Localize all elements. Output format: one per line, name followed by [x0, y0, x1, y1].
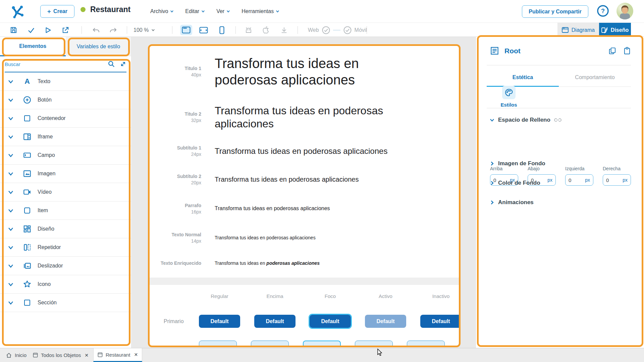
type-name: Subtítulo 1 — [150, 145, 201, 150]
publish-share-button[interactable]: Publicar y Compartir — [522, 5, 588, 18]
element-item-label: Botón — [38, 97, 52, 103]
expand-icon[interactable] — [120, 61, 126, 67]
search-input[interactable] — [5, 61, 108, 67]
element-item-contenedor[interactable]: Contenedor — [0, 109, 131, 128]
tab-todos-los-objetos[interactable]: Todos los Objetos ✕ — [29, 348, 93, 362]
toolbar-separator — [127, 26, 127, 34]
styles-tile[interactable]: Estilos — [499, 86, 519, 108]
padding-left-input[interactable] — [569, 177, 582, 183]
element-item-imagen[interactable]: Imagen — [0, 165, 131, 183]
typography-row-titulo2[interactable]: Titulo 232px Transforma tus ideas en pod… — [150, 104, 459, 130]
user-avatar[interactable] — [616, 3, 633, 19]
tab-diagrama[interactable]: Diagrama — [557, 23, 599, 37]
create-button-label: Crear — [53, 8, 67, 14]
export-icon[interactable] — [61, 23, 70, 37]
typography-row-texto-normal[interactable]: Texto Normal14px Transforma tus ideas en… — [150, 232, 459, 244]
chevron-down-icon — [7, 207, 14, 214]
typography-row-subtitulo2[interactable]: Subtítulo 220px Transforma tus ideas en … — [150, 174, 459, 185]
close-icon[interactable]: ✕ — [134, 352, 138, 357]
menu-label: Herramientas — [241, 8, 274, 14]
secondary-button[interactable] — [355, 341, 393, 346]
tab-comportamiento[interactable]: Comportamiento — [559, 70, 631, 87]
section-color-de-fondo[interactable]: Color de Fondo — [489, 180, 540, 186]
tab-inicio[interactable]: Inicio — [2, 348, 31, 362]
tab-diseno[interactable]: Diseño — [599, 23, 631, 37]
state-column-activo: Activo — [365, 293, 406, 299]
element-item-texto[interactable]: A Texto — [0, 72, 131, 91]
element-item-item[interactable]: Item — [0, 201, 131, 220]
tab-restaurant[interactable]: Restaurant ✕ — [93, 348, 142, 362]
tab-estetica[interactable]: Estética — [487, 70, 559, 87]
web-check-icon[interactable] — [322, 26, 330, 35]
page-icon — [33, 353, 38, 358]
section-espacio-de-relleno[interactable]: Espacio de Relleno — [489, 117, 562, 123]
primary-button-focus[interactable]: Default — [310, 315, 351, 328]
element-item-label: Diseño — [38, 226, 54, 232]
section-title: Espacio de Relleno — [498, 117, 550, 123]
undo-icon[interactable] — [91, 23, 101, 37]
movil-label: Móvil — [355, 27, 367, 33]
element-item-campo[interactable]: Campo — [0, 146, 131, 165]
element-item-label: Iframe — [38, 134, 53, 140]
menu-editar[interactable]: Editar — [185, 8, 205, 14]
redo-icon[interactable] — [108, 23, 118, 37]
menu-label: Ver — [216, 8, 224, 14]
padding-right-input[interactable] — [606, 177, 620, 183]
element-item-icono[interactable]: Icono — [0, 275, 131, 294]
create-button[interactable]: Crear — [40, 5, 74, 18]
primary-button-active[interactable]: Default — [365, 315, 406, 328]
typography-row-parrafo[interactable]: Parrafo16px Transforma tus ideas en pode… — [150, 203, 459, 215]
save-icon[interactable] — [9, 23, 18, 37]
secondary-button[interactable] — [303, 341, 341, 346]
element-item-boton[interactable]: Botón — [0, 91, 131, 109]
close-icon[interactable]: ✕ — [85, 353, 89, 358]
primary-button-regular[interactable]: Default — [199, 315, 240, 328]
secondary-button[interactable] — [251, 341, 289, 346]
tab-label: Restaurant — [106, 352, 130, 358]
element-item-label: Icono — [38, 281, 51, 287]
tab-elementos[interactable]: Elementos — [0, 37, 66, 56]
help-icon[interactable]: ? — [597, 5, 609, 17]
paste-icon[interactable] — [624, 47, 631, 55]
chevron-down-icon — [7, 281, 14, 288]
element-item-seccion[interactable]: Sección — [0, 294, 131, 312]
secondary-button[interactable] — [407, 341, 445, 346]
menu-ver[interactable]: Ver — [216, 8, 230, 14]
element-item-repetidor[interactable]: Repetidor — [0, 238, 131, 257]
element-item-video[interactable]: Vídeo — [0, 183, 131, 201]
typography-row-texto-enriquecido[interactable]: Texto Enriquecido Transforma tus ideas e… — [150, 260, 459, 266]
inspector-tabs: Estética Comportamiento — [487, 70, 631, 87]
device-phone-icon[interactable] — [217, 23, 227, 37]
inspector-header: Root — [490, 46, 637, 55]
section-animaciones[interactable]: Animaciones — [489, 199, 534, 206]
device-tablet-icon[interactable] — [197, 23, 210, 37]
validate-icon[interactable] — [26, 23, 36, 37]
section-imagen-de-fondo[interactable]: Imagen de Fondo — [489, 160, 545, 167]
element-item-label: Contenedor — [38, 115, 66, 121]
typography-row-titulo1[interactable]: Titulo 140px Transforma tus ideas en pod… — [150, 55, 459, 88]
element-item-diseno[interactable]: Diseño — [0, 220, 131, 238]
copy-icon[interactable] — [608, 47, 616, 55]
menu-label: Archivo — [150, 8, 168, 14]
element-item-deslizador[interactable]: Deslizador — [0, 257, 131, 275]
device-desktop-icon[interactable] — [180, 23, 193, 37]
menu-archivo[interactable]: Archivo — [150, 8, 174, 14]
primary-button-inactive[interactable]: Default — [420, 315, 459, 328]
toolbar-separator — [172, 26, 172, 34]
typography-row-subtitulo1[interactable]: Subtítulo 124px Transforma tus ideas en … — [150, 145, 459, 157]
design-canvas[interactable]: Titulo 140px Transforma tus ideas en pod… — [150, 46, 459, 346]
menu-herramientas[interactable]: Herramientas — [241, 8, 279, 14]
chevron-down-icon — [7, 115, 14, 122]
section-title: Color de Fondo — [498, 180, 540, 186]
zoom-control[interactable]: 100 % — [133, 23, 155, 37]
project-selector[interactable]: Restaurant — [80, 5, 130, 14]
app-logo-icon[interactable] — [10, 4, 25, 19]
run-icon[interactable] — [43, 23, 53, 37]
search-icon[interactable] — [108, 60, 115, 68]
tab-variables-de-estilo[interactable]: Variables de estilo — [66, 37, 131, 56]
element-item-iframe[interactable]: Iframe — [0, 128, 131, 146]
secondary-button[interactable] — [199, 341, 237, 346]
primary-button-hover[interactable]: Default — [254, 315, 296, 328]
mobile-check-icon[interactable] — [343, 26, 352, 35]
link-icon[interactable] — [554, 117, 562, 123]
